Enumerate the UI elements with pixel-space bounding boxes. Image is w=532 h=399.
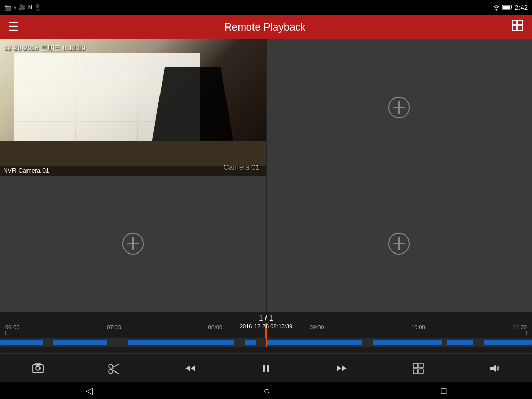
screenshot-button[interactable]: [24, 358, 51, 379]
rewind-icon: [183, 361, 197, 376]
video-cell-1[interactable]: 12-28-2016 星期三 8:13:39 Camera 01 NVR-Cam…: [0, 39, 266, 176]
status-icons-left: 📷 ♦ 🎥 N 📱: [4, 4, 42, 11]
fast-forward-button[interactable]: [328, 358, 355, 379]
clock: 2:42: [515, 4, 528, 11]
svg-marker-34: [490, 365, 496, 372]
notification-icon-3: 🎥: [19, 4, 26, 11]
page-indicator: 1 / 1: [0, 312, 532, 323]
time-label-2: 08:00: [208, 324, 223, 330]
pause-button[interactable]: [252, 358, 280, 379]
menu-button[interactable]: ☰: [8, 20, 19, 34]
time-label-5: 11:00: [512, 324, 527, 330]
svg-rect-18: [36, 363, 40, 365]
svg-rect-26: [263, 365, 265, 372]
bottom-nav: [0, 353, 532, 382]
timeline-date-label: 2016-12-28 08:13:39: [240, 323, 292, 329]
notification-icon-1: 📷: [4, 4, 11, 11]
track-segment-4: [266, 340, 362, 345]
svg-rect-30: [413, 363, 418, 368]
track-segment-3: [245, 340, 255, 345]
home-button[interactable]: ○: [256, 383, 278, 399]
layout-button[interactable]: [511, 19, 524, 35]
notification-icon-4: N: [28, 4, 32, 10]
add-camera-icon-2[interactable]: [386, 95, 412, 121]
camera-label: NVR-Camera 01: [0, 166, 266, 176]
svg-rect-3: [512, 20, 517, 25]
pause-icon: [259, 361, 273, 376]
volume-icon: [487, 361, 501, 376]
time-label-3: 09:00: [310, 324, 324, 330]
android-nav: ◁ ○ □: [0, 382, 532, 399]
svg-rect-4: [518, 20, 523, 25]
scissors-icon: [107, 361, 121, 376]
svg-marker-29: [342, 365, 347, 371]
svg-marker-28: [337, 365, 341, 371]
svg-rect-27: [267, 365, 269, 372]
add-camera-icon-4[interactable]: [386, 231, 412, 257]
volume-button[interactable]: [481, 358, 508, 379]
svg-point-17: [36, 366, 40, 370]
svg-point-20: [109, 364, 113, 368]
svg-line-22: [113, 370, 119, 374]
svg-marker-25: [191, 365, 195, 371]
track-segment-5: [373, 340, 442, 345]
add-camera-icon-3[interactable]: [120, 231, 146, 257]
svg-rect-1: [511, 6, 512, 8]
track-segment-0: [0, 340, 43, 345]
time-label-0: 06:00: [5, 324, 20, 330]
timeline-header[interactable]: 06:00 07:00 08:00 09:00 10:00 11:00 2016…: [0, 323, 532, 338]
layout-toggle-button[interactable]: [405, 358, 432, 379]
wifi-icon: [492, 4, 500, 11]
status-icons-right: 2:42: [492, 4, 528, 11]
status-bar: 📷 ♦ 🎥 N 📱 2:42: [0, 0, 532, 15]
svg-rect-6: [518, 26, 523, 31]
video-cell-3[interactable]: [0, 176, 266, 312]
notification-icon-5: 📱: [34, 4, 42, 11]
app-bar: ☰ Remote Playback: [0, 15, 532, 39]
video-grid: 12-28-2016 星期三 8:13:39 Camera 01 NVR-Cam…: [0, 39, 532, 312]
svg-rect-31: [419, 363, 423, 368]
app-title: Remote Playback: [224, 21, 306, 33]
svg-rect-2: [503, 6, 510, 9]
video-cell-4[interactable]: [267, 176, 533, 312]
track-segment-7: [484, 340, 532, 345]
scissors-button[interactable]: [100, 358, 127, 379]
back-button[interactable]: ◁: [77, 383, 101, 398]
track-segment-2: [128, 340, 234, 345]
svg-rect-33: [419, 369, 423, 374]
timeline-area: 1 / 1 06:00 07:00 08:00 09:00 10:00 11:0…: [0, 312, 532, 353]
notification-icon-2: ♦: [14, 4, 17, 10]
video-cell-2[interactable]: [267, 39, 533, 176]
layout-toggle-icon: [411, 361, 425, 376]
svg-marker-24: [185, 365, 190, 371]
timeline-tracks[interactable]: [0, 338, 532, 347]
svg-rect-32: [413, 369, 418, 374]
track-segment-6: [447, 340, 473, 345]
fast-forward-icon: [335, 361, 349, 376]
camera-timestamp: 12-28-2016 星期三 8:13:39: [4, 44, 85, 53]
track-segment-1: [53, 340, 106, 345]
grid-layout-icon: [511, 19, 524, 32]
svg-line-21: [113, 364, 119, 367]
battery-icon: [502, 4, 513, 10]
svg-point-19: [109, 369, 113, 374]
screenshot-icon: [31, 361, 45, 376]
rewind-button[interactable]: [177, 358, 204, 379]
time-label-1: 07:00: [107, 324, 121, 330]
time-label-4: 10:00: [411, 324, 425, 330]
recent-button[interactable]: □: [433, 383, 455, 398]
svg-rect-5: [512, 26, 517, 31]
